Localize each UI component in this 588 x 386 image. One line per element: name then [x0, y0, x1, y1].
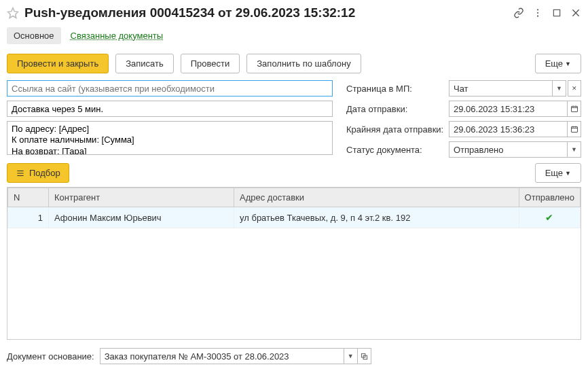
submit-and-close-button[interactable]: Провести и закрыть — [7, 54, 109, 73]
deadline-input[interactable]: 29.06.2023 15:36:23 — [449, 121, 568, 137]
table-more-button[interactable]: Еще ▼ — [535, 163, 581, 183]
recipients-table: N Контрагент Адрес доставки Отправлено 1… — [7, 187, 581, 340]
basis-input[interactable]: Заказ покупателя № АМ-30035 от 28.06.202… — [100, 348, 344, 364]
pick-label: Подбор — [29, 168, 60, 178]
table-toolbar: Подбор Еще ▼ — [7, 163, 581, 183]
maximize-icon[interactable] — [551, 7, 562, 18]
status-select[interactable]: Отправлено — [449, 141, 568, 158]
checkmark-icon: ✔ — [545, 212, 553, 223]
col-contragent[interactable]: Контрагент — [49, 188, 234, 207]
col-address[interactable]: Адрес доставки — [234, 188, 519, 207]
fill-by-template-button[interactable]: Заполнить по шаблону — [246, 54, 361, 73]
kebab-menu-icon[interactable] — [532, 7, 543, 18]
status-dropdown-icon[interactable]: ▼ — [568, 141, 581, 158]
pick-button[interactable]: Подбор — [7, 163, 69, 183]
send-date-label: Дата отправки: — [346, 104, 445, 114]
page-mp-dropdown-icon[interactable]: ▼ — [553, 80, 566, 96]
favorite-star-icon[interactable] — [7, 7, 19, 19]
svg-rect-5 — [571, 127, 577, 133]
tab-main[interactable]: Основное — [7, 27, 61, 44]
main-toolbar: Провести и закрыть Записать Провести Зап… — [7, 54, 581, 73]
page-mp-select[interactable]: Чат — [449, 80, 553, 96]
col-sent[interactable]: Отправлено — [519, 188, 580, 207]
tab-linked-docs[interactable]: Связанные документы — [64, 27, 170, 44]
chevron-down-icon: ▼ — [565, 60, 571, 67]
close-icon[interactable] — [570, 7, 581, 18]
page-mp-label: Страница в МП: — [346, 84, 445, 94]
window-header: Push-уведомления 000415234 от 29.06.2023… — [7, 5, 581, 20]
url-input[interactable] — [7, 80, 333, 96]
cell-sent: ✔ — [519, 207, 580, 228]
basis-open-icon[interactable] — [358, 348, 371, 364]
link-icon[interactable] — [513, 7, 524, 18]
basis-label: Документ основание: — [7, 351, 94, 362]
cell-n: 1 — [8, 207, 49, 228]
tabs: Основное Связанные документы — [7, 27, 581, 44]
page-mp-clear-icon[interactable]: ✕ — [568, 80, 581, 96]
cell-address: ул братьев Ткачевых, д. 9, п 4 эт.2 кв. … — [234, 207, 519, 228]
svg-rect-4 — [571, 107, 577, 112]
more-label: Еще — [545, 58, 563, 69]
window-title: Push-уведомления 000415234 от 29.06.2023… — [24, 5, 513, 20]
basis-dropdown-icon[interactable]: ▼ — [344, 348, 358, 364]
deadline-label: Крайняя дата отправки: — [346, 124, 445, 135]
cell-contragent: Афонин Максим Юрьевич — [49, 207, 234, 228]
status-label: Статус документа: — [346, 145, 445, 155]
send-date-input[interactable]: 29.06.2023 15:31:23 — [449, 101, 568, 117]
submit-button[interactable]: Провести — [181, 54, 240, 73]
svg-point-1 — [537, 12, 538, 14]
delivery-input[interactable] — [7, 101, 333, 117]
list-icon — [16, 169, 25, 178]
col-n[interactable]: N — [8, 188, 49, 207]
svg-point-2 — [537, 16, 538, 17]
svg-point-0 — [537, 9, 538, 10]
deadline-calendar-icon[interactable] — [568, 121, 581, 137]
footer: Документ основание: Заказ покупателя № А… — [7, 348, 581, 364]
send-date-calendar-icon[interactable] — [568, 101, 581, 117]
more-button[interactable]: Еще ▼ — [535, 54, 581, 73]
table-more-label: Еще — [545, 168, 563, 178]
template-textarea[interactable]: По адресу: [Адрес] К оплате наличными: [… — [7, 121, 333, 155]
save-button[interactable]: Записать — [115, 54, 174, 73]
table-row[interactable]: 1 Афонин Максим Юрьевич ул братьев Ткаче… — [8, 207, 581, 228]
svg-rect-3 — [553, 10, 559, 16]
chevron-down-icon: ▼ — [565, 170, 571, 177]
